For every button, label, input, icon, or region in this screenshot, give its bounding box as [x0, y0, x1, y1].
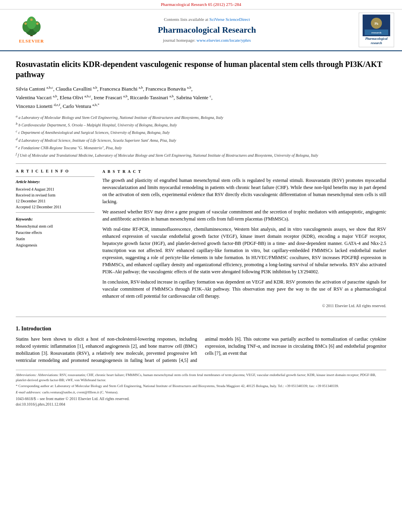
email-text: carlo.ventura@unibo.it, cvent@flllem.it … — [42, 390, 118, 394]
keyword-1: Mesenchymal stem cell — [16, 223, 94, 230]
abstract-para-3: With real-time RT-PCR, immunofluorescenc… — [102, 226, 386, 275]
abbreviations-text: Abbreviations: RSV, rosuvastatin; CHF, c… — [16, 373, 376, 382]
intro-text: Statins have been shown to elicit a host… — [16, 336, 386, 364]
affil-e: e e Fondazione CNR-Regione Toscana "G. M… — [16, 144, 386, 151]
svg-point-7 — [30, 19, 33, 21]
divider-2 — [16, 317, 386, 317]
abstract-heading: A B S T R A C T — [102, 169, 386, 174]
abstract-para-1: The growth and plasticity of engrafted h… — [102, 177, 386, 205]
issn-text: 1043-6618/$ – see front matter © 2011 El… — [16, 396, 386, 402]
affil-b: b b Cardiovascular Department, S. Orsola… — [16, 121, 386, 128]
keyword-4: Angiogenesis — [16, 242, 94, 248]
abstract-text: The growth and plasticity of engrafted h… — [102, 177, 386, 300]
svg-point-4 — [27, 17, 36, 29]
section-title: 1. Introduction — [16, 325, 386, 333]
journal-center: Contents lists available at SciVerse Sci… — [55, 17, 359, 44]
svg-point-6 — [36, 22, 39, 25]
keyword-2: Paracrine effects — [16, 230, 94, 236]
keyword-3: Statin — [16, 236, 94, 242]
abbreviations-footnote: Abbreviations: Abbreviations: RSV, rosuv… — [16, 373, 386, 382]
keywords-section: Keywords: Mesenchymal stem cell Paracrin… — [16, 217, 94, 248]
authors-line: Silvia Cantoni a,b,c, Claudia Cavallini … — [16, 84, 386, 110]
article-history: Article history: Received 4 August 2011 … — [16, 176, 94, 213]
elsevier-brand-text: ELSEVIER — [19, 38, 44, 44]
received-date: Received 4 August 2011 — [16, 186, 94, 192]
introduction-section: 1. Introduction Statins have been shown … — [16, 325, 386, 364]
elsevier-logo: ELSEVIER — [8, 16, 55, 44]
email-label: E-mail addresses: — [16, 390, 42, 394]
affil-a: a a Laboratory of Molecular Biology and … — [16, 114, 386, 120]
svg-text:Ph: Ph — [374, 22, 378, 26]
journal-homepage-line: journal homepage: www.elsevier.com/locat… — [55, 37, 359, 43]
abbreviations-label: Abbreviations: — [16, 373, 37, 377]
intro-para-1: Statins have been shown to elicit a host… — [16, 336, 386, 364]
homepage-label: journal homepage: — [163, 38, 195, 43]
sciverse-link[interactable]: SciVerse ScienceDirect — [209, 17, 250, 22]
pr-label: Pharmacological research — [361, 37, 392, 45]
svg-point-5 — [24, 22, 27, 25]
journal-title-heading: Pharmacological Research — [55, 24, 359, 36]
abstract-col: A B S T R A C T The growth and plasticit… — [102, 169, 386, 309]
affil-d: d d Laboratory of Medical Science, Insti… — [16, 137, 386, 143]
article-info-col: A R T I C L E I N F O Article history: R… — [16, 169, 94, 309]
authors-text: Silvia Cantoni a,b,c, Claudia Cavallini … — [16, 86, 213, 109]
elsevier-tree-icon — [18, 16, 45, 37]
keywords-label: Keywords: — [16, 217, 94, 222]
copyright-line: © 2011 Elsevier Ltd. All rights reserved… — [102, 303, 386, 309]
homepage-url[interactable]: www.elsevier.com/locate/yphrs — [196, 38, 251, 43]
abstract-para-4: In conclusion, RSV-induced increase in c… — [102, 278, 386, 300]
svg-text:research: research — [371, 31, 382, 34]
journal-header: ELSEVIER Contents lists available at Sci… — [0, 9, 402, 51]
main-content: Rosuvastatin elicits KDR-dependent vascu… — [0, 51, 402, 415]
email-footnote: E-mail addresses: carlo.ventura@unibo.it… — [16, 390, 386, 395]
article-title: Rosuvastatin elicits KDR-dependent vascu… — [16, 59, 386, 80]
journal-logo-right: Ph research Pharmacological research — [359, 13, 394, 47]
section-number: 1. — [16, 326, 20, 332]
journal-reference-bar: Pharmacological Research 65 (2012) 275–2… — [0, 0, 402, 9]
footnotes-area: Abbreviations: Abbreviations: RSV, rosuv… — [16, 370, 386, 407]
corresponding-text: * Corresponding author at: Laboratory of… — [16, 384, 339, 388]
article-info-heading: A R T I C L E I N F O — [16, 169, 94, 174]
contents-line: Contents lists available at SciVerse Sci… — [55, 17, 359, 22]
accepted-date: Accepted 12 December 2011 — [16, 204, 94, 210]
two-col-layout: A R T I C L E I N F O Article history: R… — [16, 169, 386, 309]
doi-line: 1043-6618/$ – see front matter © 2011 El… — [16, 396, 386, 407]
affil-f: f f Unit of Molecular and Translational … — [16, 152, 386, 158]
section-name: Introduction — [21, 326, 51, 332]
journal-logo-box: Ph research Pharmacological research — [359, 13, 394, 47]
affil-c: c c Department of Anesthesiological and … — [16, 129, 386, 135]
corresponding-footnote: * Corresponding author at: Laboratory of… — [16, 384, 386, 389]
contents-label: Contents lists available at — [164, 17, 208, 22]
history-label: Article history: — [16, 179, 94, 185]
divider-1 — [16, 163, 386, 164]
doi-text: doi:10.1016/j.phrs.2011.12.004 — [16, 402, 386, 407]
abstract-para-2: We assessed whether RSV may drive a gene… — [102, 208, 386, 222]
journal-logo-image: Ph research — [363, 15, 390, 36]
received-revised-date: 12 December 2011 — [16, 198, 94, 204]
received-revised-label: Received in revised form — [16, 192, 94, 198]
affiliations: a a Laboratory of Molecular Biology and … — [16, 114, 386, 159]
journal-reference: Pharmacological Research 65 (2012) 275–2… — [161, 2, 241, 7]
